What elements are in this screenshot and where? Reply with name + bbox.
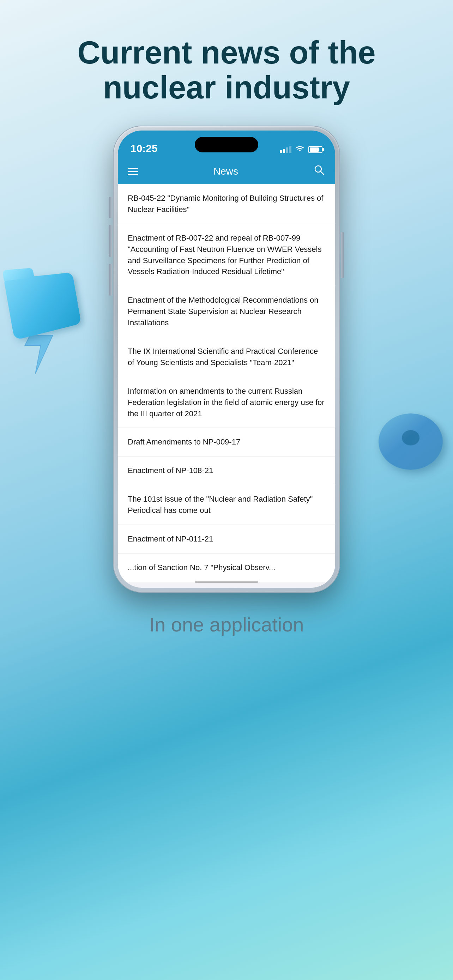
svg-line-2: [321, 172, 324, 175]
signal-dot-4: [289, 146, 291, 153]
battery-fill: [310, 148, 319, 152]
news-item-3-title: Enactment of the Methodological Recommen…: [128, 296, 319, 327]
news-item-5-title: Information on amendments to the current…: [128, 387, 324, 418]
news-item-7-title: Enactment of NP-108-21: [128, 466, 213, 475]
news-item-1[interactable]: RB-045-22 "Dynamic Monitoring of Buildin…: [118, 184, 335, 224]
nav-bar: News: [118, 159, 335, 184]
news-item-7[interactable]: Enactment of NP-108-21: [118, 457, 335, 485]
home-indicator: [195, 581, 258, 583]
phone-mockup: 10:25: [114, 126, 339, 592]
status-time: 10:25: [130, 143, 158, 154]
side-button-vol-up: [109, 225, 112, 257]
hamburger-menu-icon[interactable]: [128, 168, 138, 175]
news-item-9[interactable]: Enactment of NP-011-21: [118, 525, 335, 554]
nav-title: News: [138, 166, 313, 177]
dynamic-island: [195, 137, 258, 153]
battery-icon: [308, 146, 323, 153]
hamburger-line-2: [128, 171, 138, 172]
news-item-6[interactable]: Draft Amendments to NP-009-17: [118, 428, 335, 457]
news-item-3[interactable]: Enactment of the Methodological Recommen…: [118, 286, 335, 337]
phone-screen: 10:25: [118, 130, 335, 588]
news-item-6-title: Draft Amendments to NP-009-17: [128, 438, 240, 446]
news-item-8-title: The 101st issue of the "Nuclear and Radi…: [128, 495, 313, 515]
signal-dot-2: [283, 149, 285, 153]
decorative-folder: [11, 275, 81, 332]
page-subtitle: In one application: [149, 613, 304, 636]
wifi-icon: [295, 145, 305, 154]
news-item-2[interactable]: Enactment of RB-007-22 and repeal of RB-…: [118, 224, 335, 286]
search-icon[interactable]: [313, 164, 325, 179]
news-item-9-title: Enactment of NP-011-21: [128, 535, 213, 543]
status-icons: [280, 145, 323, 154]
signal-dot-1: [280, 150, 282, 153]
news-item-10-title: ...tion of Sanction No. 7 "Physical Obse…: [128, 563, 275, 572]
side-button-vol-down: [109, 264, 112, 296]
side-button-power: [341, 232, 344, 278]
page-title: Current news of the nuclear industry: [49, 35, 404, 105]
news-item-1-title: RB-045-22 "Dynamic Monitoring of Buildin…: [128, 194, 323, 214]
news-list: RB-045-22 "Dynamic Monitoring of Buildin…: [118, 184, 335, 582]
signal-icon: [280, 146, 291, 153]
hamburger-line-3: [128, 174, 138, 175]
news-item-4-title: The IX International Scientific and Prac…: [128, 347, 318, 367]
news-item-5[interactable]: Information on amendments to the current…: [118, 377, 335, 428]
news-item-4[interactable]: The IX International Scientific and Prac…: [118, 337, 335, 377]
hamburger-line-1: [128, 168, 138, 169]
news-item-8[interactable]: The 101st issue of the "Nuclear and Radi…: [118, 485, 335, 525]
news-item-10[interactable]: ...tion of Sanction No. 7 "Physical Obse…: [118, 554, 335, 582]
phone-outer: 10:25: [114, 126, 339, 592]
signal-dot-3: [286, 148, 288, 153]
news-item-2-title: Enactment of RB-007-22 and repeal of RB-…: [128, 234, 322, 276]
decorative-disc: [379, 406, 442, 469]
side-button-mute: [109, 197, 112, 218]
